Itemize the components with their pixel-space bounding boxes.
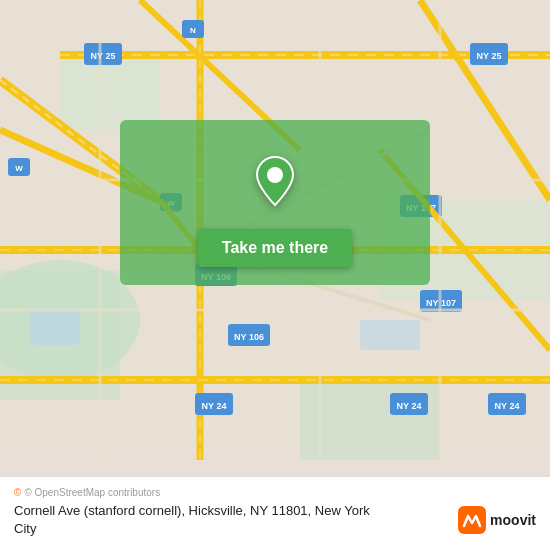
moovit-logo: moovit <box>458 506 536 534</box>
moovit-icon <box>458 506 486 534</box>
svg-text:NY 25: NY 25 <box>477 51 502 61</box>
svg-text:NY 24: NY 24 <box>495 401 520 411</box>
osm-logo: © <box>14 487 21 498</box>
svg-rect-7 <box>360 320 420 350</box>
svg-text:NY 106: NY 106 <box>234 332 264 342</box>
svg-rect-6 <box>30 310 80 345</box>
svg-text:NY 24: NY 24 <box>202 401 227 411</box>
copyright-label: © OpenStreetMap contributors <box>24 487 160 498</box>
info-panel: © © OpenStreetMap contributors Cornell A… <box>0 476 550 550</box>
map-container: NY 25 NY 25 N W W NY 106 NY 107 NY 107 <box>0 0 550 550</box>
svg-point-56 <box>267 167 283 183</box>
svg-text:NY 24: NY 24 <box>397 401 422 411</box>
take-me-there-button[interactable]: Take me there <box>198 229 352 267</box>
svg-text:W: W <box>15 164 23 173</box>
moovit-text: moovit <box>490 512 536 528</box>
map-pin <box>253 155 297 211</box>
location-address: Cornell Ave (stanford cornell), Hicksvil… <box>14 502 394 538</box>
svg-rect-57 <box>458 506 486 534</box>
svg-text:N: N <box>190 26 196 35</box>
copyright-text: © © OpenStreetMap contributors <box>14 487 536 498</box>
svg-text:NY 25: NY 25 <box>91 51 116 61</box>
